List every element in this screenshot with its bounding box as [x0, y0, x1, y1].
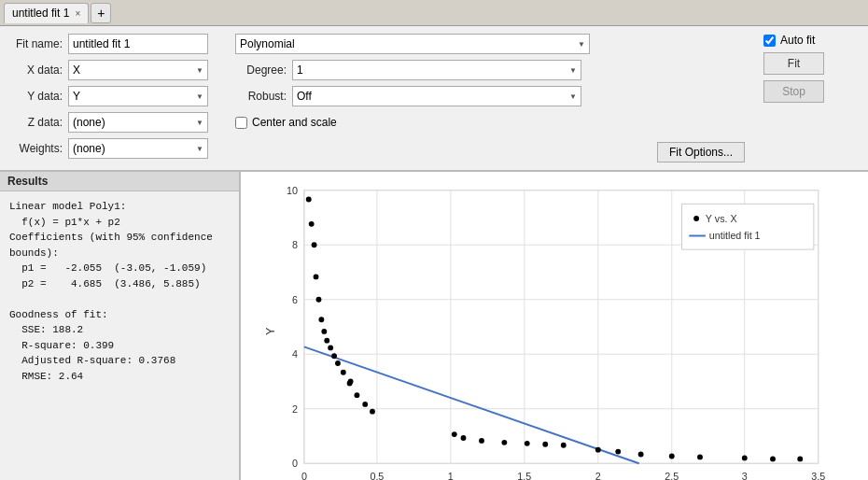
- degree-arrow-icon: ▼: [569, 66, 577, 75]
- x-data-arrow-icon: ▼: [196, 66, 203, 75]
- fit-options-button[interactable]: Fit Options...: [657, 142, 745, 162]
- data-point: [355, 392, 360, 398]
- data-point: [542, 442, 548, 447]
- z-data-select[interactable]: (none) ▼: [68, 112, 208, 133]
- z-data-label: Z data:: [11, 116, 63, 129]
- weights-row: Weights: (none) ▼: [11, 138, 217, 159]
- data-point: [770, 456, 776, 461]
- autofit-label: Auto fit: [780, 34, 815, 47]
- y-tick-label: 10: [287, 185, 298, 196]
- data-point: [324, 338, 329, 344]
- data-point: [669, 454, 675, 459]
- results-header: Results: [0, 172, 239, 191]
- x-tick-label: 1: [448, 471, 454, 480]
- fit-name-label: Fit name:: [11, 37, 63, 50]
- x-data-select[interactable]: X ▼: [68, 60, 208, 80]
- y-data-value: Y: [73, 90, 80, 103]
- data-point: [309, 221, 315, 227]
- z-data-arrow-icon: ▼: [196, 119, 203, 127]
- fit-type-row: Polynomial ▼: [235, 34, 745, 54]
- y-data-select[interactable]: Y ▼: [68, 86, 208, 106]
- weights-select[interactable]: (none) ▼: [68, 138, 208, 159]
- fit-tab[interactable]: untitled fit 1 ×: [4, 3, 89, 23]
- data-point: [501, 440, 507, 445]
- stop-button[interactable]: Stop: [763, 80, 824, 103]
- legend-scatter-label: Y vs. X: [706, 213, 737, 224]
- legend-box: [682, 204, 814, 249]
- x-data-row: X data: X ▼: [11, 60, 217, 80]
- y-tick-label: 0: [292, 458, 298, 469]
- x-data-value: X: [73, 64, 80, 77]
- fit-name-row: Fit name:: [11, 34, 217, 54]
- x-tick-label: 0: [301, 471, 307, 480]
- data-point: [452, 431, 457, 437]
- data-point: [797, 456, 803, 461]
- center-scale-label: Center and scale: [252, 116, 337, 129]
- main-content: Results Linear model Poly1: f(x) = p1*x …: [0, 172, 868, 480]
- data-point: [348, 379, 354, 385]
- data-point: [742, 455, 748, 460]
- x-tick-label: 0.5: [370, 471, 384, 480]
- data-point: [312, 242, 317, 247]
- fit-type-value: Polynomial: [240, 37, 295, 50]
- data-point: [525, 441, 530, 446]
- results-text: Linear model Poly1: f(x) = p1*x + p2 Coe…: [9, 199, 230, 384]
- x-tick-label: 2.5: [665, 471, 679, 480]
- title-bar: untitled fit 1 × +: [0, 0, 868, 26]
- data-point: [561, 443, 567, 448]
- degree-value: 1: [297, 64, 303, 77]
- results-body: Linear model Poly1: f(x) = p1*x + p2 Coe…: [0, 191, 239, 480]
- data-point: [316, 297, 322, 303]
- y-data-label: Y data:: [11, 90, 63, 103]
- z-data-value: (none): [73, 116, 105, 129]
- legend-scatter-icon: [693, 216, 699, 221]
- center-scale-checkbox[interactable]: [235, 117, 247, 129]
- chart-area: 0 0.5 1 1.5 2 2.5 3 3.5 0 2 4 6 8 10 X Y…: [241, 172, 868, 480]
- robust-select[interactable]: Off ▼: [292, 86, 581, 106]
- robust-arrow-icon: ▼: [569, 92, 577, 101]
- data-point: [638, 452, 644, 458]
- data-point: [595, 447, 601, 453]
- data-point: [306, 197, 312, 203]
- tab-label: untitled fit 1: [12, 7, 69, 20]
- fit-type-select[interactable]: Polynomial ▼: [235, 34, 590, 54]
- right-config: Auto fit Fit Stop: [763, 34, 857, 103]
- x-tick-label: 3: [742, 471, 748, 480]
- tab-close-button[interactable]: ×: [75, 8, 80, 19]
- y-tick-label: 4: [292, 348, 298, 360]
- data-point: [370, 409, 375, 415]
- fit-button[interactable]: Fit: [763, 52, 824, 75]
- weights-arrow-icon: ▼: [196, 145, 203, 153]
- x-data-label: X data:: [11, 64, 63, 77]
- results-panel: Results Linear model Poly1: f(x) = p1*x …: [0, 172, 241, 480]
- fit-type-arrow-icon: ▼: [578, 40, 585, 49]
- data-point: [328, 346, 333, 351]
- autofit-row: Auto fit: [763, 34, 815, 47]
- y-data-arrow-icon: ▼: [196, 92, 203, 101]
- config-area: Fit name: X data: X ▼ Y data: Y ▼ Z data…: [0, 26, 868, 172]
- x-tick-label: 1.5: [517, 471, 531, 480]
- data-point: [341, 370, 346, 375]
- center-scale-row: Center and scale: [235, 116, 745, 129]
- x-tick-label: 2: [595, 471, 601, 480]
- y-data-row: Y data: Y ▼: [11, 86, 217, 106]
- y-tick-label: 2: [292, 403, 298, 415]
- degree-row: Degree: 1 ▼: [235, 60, 745, 80]
- tab-add-button[interactable]: +: [91, 3, 111, 23]
- x-tick-label: 3.5: [811, 471, 825, 480]
- robust-label: Robust:: [235, 90, 287, 103]
- autofit-checkbox[interactable]: [763, 35, 776, 47]
- degree-label: Degree:: [235, 64, 287, 77]
- legend-line-label: untitled fit 1: [709, 230, 761, 241]
- y-tick-label: 6: [292, 294, 298, 305]
- robust-value: Off: [297, 90, 312, 103]
- data-point: [314, 274, 319, 279]
- scatter-chart: 0 0.5 1 1.5 2 2.5 3 3.5 0 2 4 6 8 10 X Y…: [250, 181, 859, 480]
- z-data-row: Z data: (none) ▼: [11, 112, 217, 133]
- data-point: [335, 360, 341, 366]
- data-point: [697, 455, 703, 460]
- y-axis-label: Y: [264, 327, 277, 335]
- data-point: [321, 329, 327, 334]
- fit-name-input[interactable]: [68, 34, 208, 54]
- degree-select[interactable]: 1 ▼: [292, 60, 581, 80]
